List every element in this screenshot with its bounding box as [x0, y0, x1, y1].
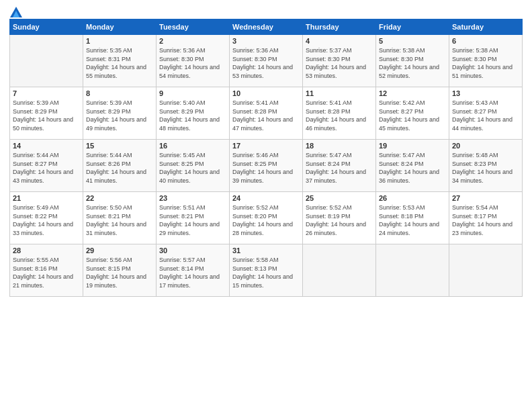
calendar-cell: 2Sunrise: 5:36 AMSunset: 8:30 PMDaylight…: [157, 35, 230, 87]
day-number: 8: [86, 89, 153, 97]
calendar-cell: 26Sunrise: 5:53 AMSunset: 8:18 PMDayligh…: [376, 192, 449, 244]
day-info: Sunrise: 5:52 AMSunset: 8:19 PMDaylight:…: [306, 203, 373, 237]
day-info: Sunrise: 5:46 AMSunset: 8:25 PMDaylight:…: [232, 151, 300, 185]
calendar-cell: [449, 244, 523, 297]
day-info: Sunrise: 5:53 AMSunset: 8:18 PMDaylight:…: [379, 203, 446, 237]
day-info: Sunrise: 5:54 AMSunset: 8:17 PMDaylight:…: [452, 203, 519, 237]
day-info: Sunrise: 5:55 AMSunset: 8:16 PMDaylight:…: [13, 256, 80, 289]
day-info: Sunrise: 5:48 AMSunset: 8:23 PMDaylight:…: [452, 151, 519, 185]
day-number: 3: [232, 37, 300, 45]
calendar-cell: 21Sunrise: 5:49 AMSunset: 8:22 PMDayligh…: [10, 192, 83, 244]
calendar-week-row: 7Sunrise: 5:39 AMSunset: 8:29 PMDaylight…: [10, 87, 523, 140]
day-info: Sunrise: 5:42 AMSunset: 8:27 PMDaylight:…: [379, 99, 446, 132]
day-info: Sunrise: 5:51 AMSunset: 8:21 PMDaylight:…: [159, 203, 226, 237]
calendar-week-row: 21Sunrise: 5:49 AMSunset: 8:22 PMDayligh…: [10, 192, 523, 244]
calendar-cell: [376, 244, 449, 297]
day-info: Sunrise: 5:44 AMSunset: 8:27 PMDaylight:…: [13, 151, 80, 185]
day-info: Sunrise: 5:39 AMSunset: 8:29 PMDaylight:…: [13, 99, 80, 132]
day-info: Sunrise: 5:41 AMSunset: 8:28 PMDaylight:…: [306, 99, 373, 132]
day-info: Sunrise: 5:44 AMSunset: 8:26 PMDaylight:…: [86, 151, 153, 185]
day-info: Sunrise: 5:43 AMSunset: 8:27 PMDaylight:…: [452, 99, 519, 132]
day-info: Sunrise: 5:52 AMSunset: 8:20 PMDaylight:…: [232, 203, 300, 237]
day-info: Sunrise: 5:37 AMSunset: 8:30 PMDaylight:…: [306, 46, 373, 80]
day-number: 14: [13, 142, 80, 150]
day-info: Sunrise: 5:50 AMSunset: 8:21 PMDaylight:…: [86, 203, 153, 237]
day-number: 1: [86, 37, 153, 45]
day-info: Sunrise: 5:39 AMSunset: 8:29 PMDaylight:…: [86, 99, 153, 132]
day-number: 23: [159, 194, 226, 202]
calendar-cell: 11Sunrise: 5:41 AMSunset: 8:28 PMDayligh…: [303, 87, 376, 140]
day-info: Sunrise: 5:40 AMSunset: 8:29 PMDaylight:…: [159, 99, 226, 132]
day-number: 26: [379, 194, 446, 202]
day-info: Sunrise: 5:56 AMSunset: 8:15 PMDaylight:…: [86, 256, 153, 289]
logo-icon: [10, 7, 22, 17]
weekday-header: Wednesday: [230, 19, 303, 35]
logo: [9, 7, 22, 15]
day-number: 2: [159, 37, 226, 45]
day-number: 20: [452, 142, 519, 150]
calendar-cell: 16Sunrise: 5:45 AMSunset: 8:25 PMDayligh…: [157, 140, 230, 192]
day-number: 18: [306, 142, 373, 150]
day-info: Sunrise: 5:47 AMSunset: 8:24 PMDaylight:…: [379, 151, 446, 185]
weekday-header: Thursday: [303, 19, 376, 35]
day-info: Sunrise: 5:35 AMSunset: 8:31 PMDaylight:…: [86, 46, 153, 80]
calendar-cell: 24Sunrise: 5:52 AMSunset: 8:20 PMDayligh…: [230, 192, 303, 244]
weekday-header: Monday: [83, 19, 157, 35]
day-number: 16: [159, 142, 226, 150]
calendar-cell: 6Sunrise: 5:38 AMSunset: 8:30 PMDaylight…: [449, 35, 523, 87]
day-number: 15: [86, 142, 153, 150]
calendar-cell: 20Sunrise: 5:48 AMSunset: 8:23 PMDayligh…: [449, 140, 523, 192]
calendar-cell: 30Sunrise: 5:57 AMSunset: 8:14 PMDayligh…: [157, 244, 230, 297]
day-number: 9: [159, 89, 226, 97]
calendar-cell: 29Sunrise: 5:56 AMSunset: 8:15 PMDayligh…: [83, 244, 157, 297]
day-number: 11: [306, 89, 373, 97]
calendar-cell: [303, 244, 376, 297]
calendar-cell: 8Sunrise: 5:39 AMSunset: 8:29 PMDaylight…: [83, 87, 157, 140]
calendar-cell: 23Sunrise: 5:51 AMSunset: 8:21 PMDayligh…: [157, 192, 230, 244]
day-info: Sunrise: 5:45 AMSunset: 8:25 PMDaylight:…: [159, 151, 226, 185]
day-info: Sunrise: 5:47 AMSunset: 8:24 PMDaylight:…: [306, 151, 373, 185]
day-number: 25: [306, 194, 373, 202]
weekday-header: Sunday: [10, 19, 83, 35]
weekday-header: Tuesday: [157, 19, 230, 35]
weekday-header: Friday: [376, 19, 449, 35]
calendar-week-row: 14Sunrise: 5:44 AMSunset: 8:27 PMDayligh…: [10, 140, 523, 192]
calendar-cell: 27Sunrise: 5:54 AMSunset: 8:17 PMDayligh…: [449, 192, 523, 244]
day-number: 27: [452, 194, 519, 202]
calendar-week-row: 1Sunrise: 5:35 AMSunset: 8:31 PMDaylight…: [10, 35, 523, 87]
calendar-cell: 9Sunrise: 5:40 AMSunset: 8:29 PMDaylight…: [157, 87, 230, 140]
calendar-cell: 17Sunrise: 5:46 AMSunset: 8:25 PMDayligh…: [230, 140, 303, 192]
day-number: 30: [159, 246, 226, 255]
calendar-cell: 13Sunrise: 5:43 AMSunset: 8:27 PMDayligh…: [449, 87, 523, 140]
day-number: 4: [306, 37, 373, 45]
calendar-cell: 22Sunrise: 5:50 AMSunset: 8:21 PMDayligh…: [83, 192, 157, 244]
header: [9, 7, 523, 15]
day-number: 29: [86, 246, 153, 255]
calendar-cell: 5Sunrise: 5:38 AMSunset: 8:30 PMDaylight…: [376, 35, 449, 87]
day-info: Sunrise: 5:36 AMSunset: 8:30 PMDaylight:…: [159, 46, 226, 80]
calendar-cell: 31Sunrise: 5:58 AMSunset: 8:13 PMDayligh…: [230, 244, 303, 297]
day-number: 5: [379, 37, 446, 45]
header-row: SundayMondayTuesdayWednesdayThursdayFrid…: [10, 19, 523, 35]
day-number: 21: [13, 194, 80, 202]
day-info: Sunrise: 5:57 AMSunset: 8:14 PMDaylight:…: [159, 256, 226, 289]
calendar-week-row: 28Sunrise: 5:55 AMSunset: 8:16 PMDayligh…: [10, 244, 523, 297]
calendar-cell: 15Sunrise: 5:44 AMSunset: 8:26 PMDayligh…: [83, 140, 157, 192]
day-number: 24: [232, 194, 300, 202]
calendar-cell: 3Sunrise: 5:36 AMSunset: 8:30 PMDaylight…: [230, 35, 303, 87]
calendar-cell: 25Sunrise: 5:52 AMSunset: 8:19 PMDayligh…: [303, 192, 376, 244]
day-number: 10: [232, 89, 300, 97]
calendar-cell: 14Sunrise: 5:44 AMSunset: 8:27 PMDayligh…: [10, 140, 83, 192]
day-info: Sunrise: 5:36 AMSunset: 8:30 PMDaylight:…: [232, 46, 300, 80]
calendar-cell: 19Sunrise: 5:47 AMSunset: 8:24 PMDayligh…: [376, 140, 449, 192]
calendar-cell: 7Sunrise: 5:39 AMSunset: 8:29 PMDaylight…: [10, 87, 83, 140]
calendar-cell: 12Sunrise: 5:42 AMSunset: 8:27 PMDayligh…: [376, 87, 449, 140]
day-info: Sunrise: 5:58 AMSunset: 8:13 PMDaylight:…: [232, 256, 300, 289]
calendar-cell: 1Sunrise: 5:35 AMSunset: 8:31 PMDaylight…: [83, 35, 157, 87]
day-number: 31: [232, 246, 300, 255]
calendar-cell: 4Sunrise: 5:37 AMSunset: 8:30 PMDaylight…: [303, 35, 376, 87]
day-number: 28: [13, 246, 80, 255]
day-info: Sunrise: 5:38 AMSunset: 8:30 PMDaylight:…: [379, 46, 446, 80]
calendar-cell: [10, 35, 83, 87]
weekday-header: Saturday: [449, 19, 523, 35]
